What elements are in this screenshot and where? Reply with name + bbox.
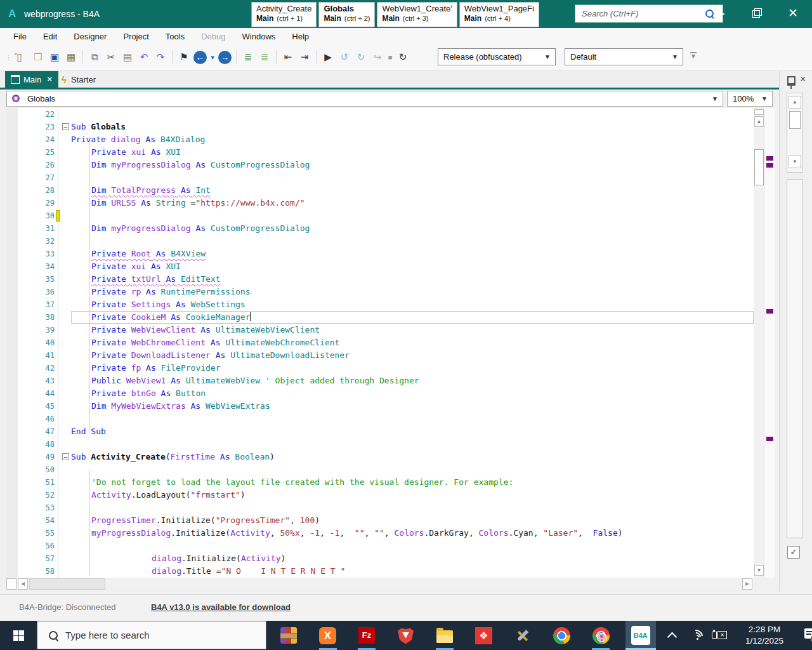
taskbar-app-filezilla[interactable]: Fz	[352, 621, 381, 650]
code-editor[interactable]: 2223–Sub Globals24Private dialog As B4XD…	[6, 108, 754, 578]
taskbar-app-system-tools[interactable]	[508, 621, 537, 650]
code-text[interactable]: dialog.Title ="N O I N T E R N E T "	[71, 565, 754, 578]
menu-project[interactable]: Project	[115, 32, 157, 41]
code-text[interactable]	[71, 501, 754, 514]
code-text[interactable]: 'Do not forget to load the layout file c…	[71, 476, 754, 489]
tray-expand-icon[interactable]	[667, 632, 678, 642]
code-line[interactable]: 49–Sub Activity_Create(FirstTime As Bool…	[6, 451, 754, 463]
taskbar-app-brave[interactable]	[391, 621, 421, 650]
menu-edit[interactable]: Edit	[35, 32, 65, 41]
code-line[interactable]: 52Activity.LoadLayout("frmstart")	[6, 489, 754, 501]
back-history-dropdown-icon[interactable]: ▾	[209, 50, 216, 64]
code-line[interactable]: 34Private xui As XUI	[6, 260, 754, 273]
cut-icon[interactable]: ✂	[104, 50, 118, 64]
menu-windows[interactable]: Windows	[234, 32, 284, 41]
quick-tab-webview1-pagefi[interactable]: WebView1_PageFiMain(ctrl + 4)	[459, 2, 539, 27]
code-line[interactable]: 53	[6, 501, 754, 514]
code-text[interactable]	[71, 171, 754, 184]
menu-file[interactable]: File	[5, 32, 35, 41]
taskbar-app-chrome[interactable]	[547, 621, 577, 650]
code-text[interactable]: Private CookieM As CookieManager	[71, 311, 754, 324]
stop-icon[interactable]: ■	[387, 50, 393, 64]
taskbar-app-red-diamond-app[interactable]: ❖	[469, 621, 499, 650]
toolbar-overflow-button[interactable]: ▼	[690, 52, 697, 60]
code-line[interactable]: 47End Sub	[6, 425, 754, 438]
dock-checkbox[interactable]: ✓	[787, 546, 800, 559]
editor-zoom-select[interactable]: 100% ▼	[727, 91, 773, 107]
pin-icon[interactable]	[787, 76, 796, 86]
code-line[interactable]: 28Dim TotalProgress As Int	[6, 184, 754, 197]
menu-tools[interactable]: Tools	[157, 32, 193, 41]
code-line[interactable]: 54ProgressTimer.Initialize("ProgressTime…	[6, 514, 754, 527]
code-text[interactable]: Private Root As B4XView	[71, 248, 754, 260]
fold-collapse-icon[interactable]: –	[62, 453, 69, 460]
code-text[interactable]: Private Settings As WebSettings	[71, 298, 754, 311]
paste-icon[interactable]: ▤	[121, 50, 134, 64]
code-text[interactable]: Private dialog As B4XDialog	[71, 133, 754, 146]
update-link[interactable]: B4A v13.0 is available for download	[151, 602, 291, 612]
code-line[interactable]: 51'Do not forget to load the layout file…	[6, 476, 754, 489]
scroll-down-button[interactable]: ▼	[789, 156, 801, 168]
code-text[interactable]	[71, 413, 754, 425]
code-text[interactable]: Private WebChromeClient As UltimateWebCh…	[71, 336, 754, 349]
code-line[interactable]: 22	[6, 108, 754, 121]
code-line[interactable]: 43Public WebView1 As UltimateWebView ' O…	[6, 375, 754, 387]
close-button[interactable]: ✕	[779, 4, 807, 23]
menu-help[interactable]: Help	[284, 32, 317, 41]
dock-track[interactable]	[787, 179, 803, 538]
copy-icon[interactable]: ⧉	[88, 50, 102, 64]
code-text[interactable]	[71, 235, 754, 248]
code-line[interactable]: 32	[6, 235, 754, 248]
code-line[interactable]: 33Private Root As B4XView	[6, 248, 754, 260]
no-network-icon[interactable]: ✕	[712, 630, 728, 640]
editor-vertical-scrollbar[interactable]: ▲ ▼	[754, 108, 764, 578]
quick-tab-globals[interactable]: GlobalsMain(ctrl + 2)	[318, 2, 375, 27]
code-line[interactable]: 31Dim myProgressDialog As CustomProgress…	[6, 222, 754, 235]
code-line[interactable]: 23–Sub Globals	[6, 121, 754, 133]
new-file-icon[interactable]: ▯✦	[15, 50, 29, 64]
run-icon[interactable]: ▶	[321, 50, 335, 64]
code-line[interactable]: 26Dim myProgressDialog As CustomProgress…	[6, 159, 754, 171]
code-line[interactable]: 46	[6, 413, 754, 425]
code-text[interactable]: Dim myProgressDialog As CustomProgressDi…	[71, 159, 754, 171]
outdent-icon[interactable]: ⇤	[281, 50, 295, 64]
menu-designer[interactable]: Designer	[65, 32, 115, 41]
tab-starter[interactable]: ϟ Starter	[56, 71, 102, 88]
bookmark-icon[interactable]: ⚑	[177, 50, 191, 64]
code-line[interactable]: 55myProgressDialog.Initialize(Activity, …	[6, 527, 754, 540]
code-text[interactable]	[71, 108, 754, 121]
quick-tab-activity-create[interactable]: Activity_CreateMain(ctrl + 1)	[251, 2, 317, 27]
clock[interactable]: 2:28 PM 1/12/2025	[728, 624, 801, 647]
taskbar-app-file-explorer[interactable]	[430, 621, 459, 650]
code-line[interactable]: 44Private btnGo As Button	[6, 387, 754, 400]
code-text[interactable]: Sub Globals	[71, 121, 754, 133]
scroll-left-button[interactable]: ◀	[18, 578, 28, 590]
step-out-icon[interactable]: ↪	[370, 50, 384, 64]
scrollbar-thumb[interactable]	[754, 149, 764, 185]
code-text[interactable]: Private WebViewClient As UltimateWebView…	[71, 324, 754, 336]
restore-button[interactable]	[742, 4, 770, 23]
code-text[interactable]: Activity.LoadLayout("frmstart")	[71, 489, 754, 501]
code-text[interactable]: dialog.Initialize(Activity)	[71, 552, 754, 565]
dock-scroll-group[interactable]: ▲ ▼	[787, 93, 803, 173]
code-line[interactable]: 48	[6, 438, 754, 451]
close-panel-icon[interactable]: ×	[800, 74, 806, 85]
code-text[interactable]: myProgressDialog.Initialize(Activity, 50…	[71, 527, 754, 540]
code-text[interactable]: Private xui As XUI	[71, 260, 754, 273]
uncomment-selection-icon[interactable]: ≣	[258, 50, 272, 64]
scrollbar-split-grip[interactable]	[754, 109, 764, 115]
code-line[interactable]: 45Dim MyWebViewExtras As WebViewExtras	[6, 400, 754, 413]
code-text[interactable]: Dim myProgressDialog As CustomProgressDi…	[71, 222, 754, 235]
code-line[interactable]: 42Private fp As FileProvider	[6, 362, 754, 375]
tab-close-icon[interactable]: ✕	[46, 75, 53, 84]
code-line[interactable]: 30	[6, 209, 754, 222]
restart-icon[interactable]: ↻	[396, 50, 410, 64]
fold-collapse-icon[interactable]: –	[62, 123, 69, 130]
code-text[interactable]: End Sub	[71, 425, 754, 438]
code-line[interactable]: 56	[6, 540, 754, 552]
code-text[interactable]: Dim URLSS As String ="https://www.b4x.co…	[71, 197, 754, 209]
code-text[interactable]	[71, 540, 754, 552]
code-text[interactable]	[71, 209, 754, 222]
code-text[interactable]	[71, 463, 754, 476]
code-text[interactable]: Private DownloadListener As UltimateDown…	[71, 349, 754, 362]
